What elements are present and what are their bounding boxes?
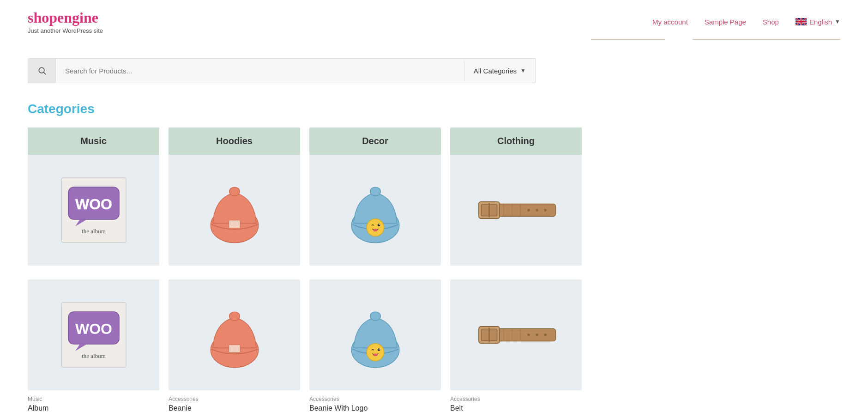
categories-heading: Categories xyxy=(28,102,840,116)
svg-text:WOO: WOO xyxy=(75,321,112,337)
category-image-decor xyxy=(309,155,441,266)
search-button[interactable] xyxy=(28,59,56,83)
category-card-clothing[interactable]: Clothing xyxy=(450,127,582,266)
product-category-beanie: Accessories xyxy=(169,396,300,402)
svg-point-33 xyxy=(370,312,380,321)
product-beanie-logo-image xyxy=(345,298,405,372)
product-card-album[interactable]: WOO the album Music Album xyxy=(28,279,159,412)
product-album-image: WOO the album xyxy=(57,298,131,372)
categories-section: Categories Music WOO the album xyxy=(0,88,868,275)
category-image-clothing xyxy=(450,155,582,266)
svg-point-12 xyxy=(370,187,380,196)
product-category-beanie-logo: Accessories xyxy=(309,396,441,402)
category-image-hoodies xyxy=(169,155,300,266)
svg-point-34 xyxy=(367,344,384,361)
product-name-beanie-logo: Beanie With Logo xyxy=(309,404,441,412)
category-dropdown[interactable]: All Categories ▼ xyxy=(464,61,535,81)
svg-point-36 xyxy=(379,349,380,350)
svg-rect-10 xyxy=(229,220,240,228)
product-beanie-image xyxy=(205,298,265,372)
search-section: All Categories ▼ xyxy=(0,44,868,88)
category-card-hoodies[interactable]: Hoodies xyxy=(169,127,300,266)
category-label-music: Music xyxy=(28,127,159,155)
category-dropdown-label: All Categories xyxy=(474,67,517,75)
product-name-belt: Belt xyxy=(450,404,582,412)
category-label-decor: Decor xyxy=(309,127,441,155)
search-bar: All Categories ▼ xyxy=(28,58,536,83)
header-line-2 xyxy=(693,39,840,40)
product-image-album: WOO the album xyxy=(28,279,159,390)
language-selector[interactable]: English ▼ xyxy=(796,18,840,26)
logo-area: shopengine Just another WordPress site xyxy=(28,9,103,34)
product-image-beanie xyxy=(169,279,300,390)
search-icon xyxy=(37,66,47,75)
belt-image xyxy=(475,187,558,233)
product-image-beanie-logo xyxy=(309,279,441,390)
products-section: WOO the album Music Album Accessories Be… xyxy=(0,275,868,412)
svg-point-13 xyxy=(367,219,384,236)
svg-text:the album: the album xyxy=(82,352,106,359)
nav-my-account[interactable]: My account xyxy=(652,18,688,26)
svg-point-22 xyxy=(536,209,538,211)
product-card-beanie[interactable]: Accessories Beanie xyxy=(169,279,300,412)
svg-point-1 xyxy=(39,67,44,73)
category-label-hoodies: Hoodies xyxy=(169,127,300,155)
svg-point-16 xyxy=(373,229,377,231)
svg-text:the album: the album xyxy=(82,228,106,235)
nav-sample-page[interactable]: Sample Page xyxy=(705,18,746,26)
flag-icon xyxy=(796,18,807,25)
language-dropdown-arrow: ▼ xyxy=(835,18,840,25)
svg-text:WOO: WOO xyxy=(75,196,112,212)
product-category-belt: Accessories xyxy=(450,396,582,402)
svg-point-9 xyxy=(229,187,240,196)
site-logo[interactable]: shopengine xyxy=(28,9,103,26)
svg-point-37 xyxy=(373,353,377,356)
category-label-clothing: Clothing xyxy=(450,127,582,155)
svg-rect-31 xyxy=(229,345,240,353)
product-card-beanie-logo[interactable]: Accessories Beanie With Logo xyxy=(309,279,441,412)
svg-point-43 xyxy=(536,333,538,336)
product-card-belt[interactable]: Accessories Belt xyxy=(450,279,582,412)
site-header: shopengine Just another WordPress site M… xyxy=(0,0,868,39)
beanie-logo-image xyxy=(345,173,405,247)
category-card-music[interactable]: Music WOO the album xyxy=(28,127,159,266)
product-image-belt xyxy=(450,279,582,390)
product-name-beanie: Beanie xyxy=(169,404,300,412)
svg-point-35 xyxy=(377,348,380,351)
product-belt-image xyxy=(475,312,558,358)
products-grid: WOO the album Music Album Accessories Be… xyxy=(28,279,582,412)
product-category-album: Music xyxy=(28,396,159,402)
site-tagline: Just another WordPress site xyxy=(28,27,103,34)
svg-point-44 xyxy=(544,333,546,336)
beanie-image xyxy=(205,173,265,247)
svg-point-21 xyxy=(527,209,530,211)
header-line-1 xyxy=(591,39,665,40)
svg-point-30 xyxy=(229,312,240,321)
main-nav: My account Sample Page Shop English ▼ xyxy=(652,18,840,26)
language-label: English xyxy=(809,18,832,26)
svg-point-23 xyxy=(544,209,546,211)
product-name-album: Album xyxy=(28,404,159,412)
nav-shop[interactable]: Shop xyxy=(763,18,779,26)
category-card-decor[interactable]: Decor xyxy=(309,127,441,266)
woo-album-image: WOO the album xyxy=(57,173,131,247)
category-image-music: WOO the album xyxy=(28,155,159,266)
svg-point-15 xyxy=(379,224,380,225)
svg-point-42 xyxy=(527,333,530,336)
svg-line-2 xyxy=(43,73,46,75)
category-dropdown-arrow: ▼ xyxy=(520,67,526,74)
search-input[interactable] xyxy=(56,61,464,81)
category-grid: Music WOO the album Hoodies xyxy=(28,127,582,266)
svg-point-14 xyxy=(377,224,380,226)
